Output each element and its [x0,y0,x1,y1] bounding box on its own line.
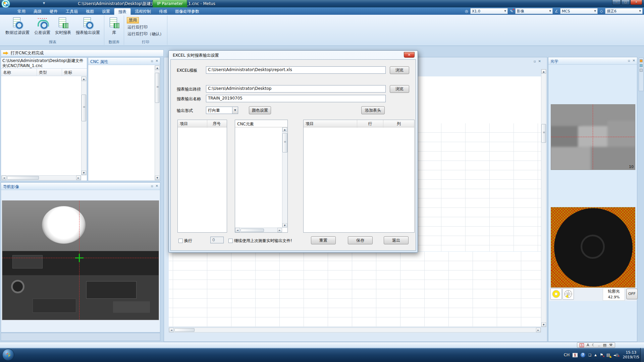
reset-button[interactable]: 重置 [311,236,336,244]
segment-light-button[interactable] [562,288,574,300]
column-row[interactable]: 行 [357,120,383,128]
ribbon-tab-视图[interactable]: 视图 [82,8,98,15]
column-item[interactable]: 项目 [304,120,357,128]
autohide-tab-icon[interactable] [640,64,643,67]
sheet-filled-cells[interactable] [417,76,541,123]
keyboard-icon[interactable]: ▤ [603,343,606,347]
column-name[interactable]: 名称 [1,69,37,76]
output-path-input[interactable]: C:\Users\Administrator\Desktop [206,85,386,93]
color-settings-button[interactable]: 颜色设置 [249,106,271,114]
ribbon-button-报表输出设置[interactable]: 报表输出设置 [74,16,101,37]
print-after-run-confirm[interactable]: 运行后打印（确认） [127,31,164,37]
pin-icon[interactable]: ▫ [628,59,630,62]
checkbox-icon[interactable] [228,239,233,243]
pin-icon[interactable]: ▫ [534,59,536,63]
ime-moon-icon[interactable]: ☾ [592,343,595,347]
optics-disk-image[interactable] [551,207,635,288]
show-desktop-button[interactable] [640,348,644,362]
language-indicator[interactable]: CH [564,353,570,357]
column-col[interactable]: 列 [383,120,414,128]
scroll-right-icon[interactable]: ► [536,328,541,332]
ribbon-button-公差设置[interactable]: 公差设置 [33,16,52,37]
optics-zoom-image[interactable]: 10 [551,104,635,170]
checkbox-wrap-line[interactable]: 换行 [178,238,192,244]
scroll-up-icon[interactable]: ▲ [82,77,86,81]
ribbon-button-库[interactable]: 库 [107,16,121,37]
output-format-combo[interactable]: 行向量▼ [206,107,238,114]
pin-icon[interactable]: ▫ [151,184,153,188]
ribbon-button-实时报表[interactable]: 实时报表 [54,16,72,37]
navigation-camera-image[interactable] [2,200,159,320]
scroll-thumb[interactable] [282,133,287,153]
checkbox-continue-file[interactable]: 继续使用上次测量实时输出文件! [228,238,292,244]
maximize-button[interactable]: □ [621,0,630,5]
column-type[interactable]: 类型 [37,69,62,76]
scroll-up-icon[interactable]: ▲ [155,66,160,70]
scroll-left-icon[interactable]: ◄ [2,176,6,180]
flag-icon[interactable]: ⚑✕ [600,353,603,357]
list-horizontal-scrollbar[interactable]: ◄ ► [235,228,282,232]
scroll-down-icon[interactable]: ▼ [541,322,546,327]
column-item[interactable]: 项目 [178,120,207,128]
scroll-down-icon[interactable]: ▼ [282,223,287,228]
property-vertical-scrollbar[interactable]: ▲ ▼ [155,65,160,180]
tool-icon[interactable]: ⚒ [609,343,612,347]
ime-dots-icon[interactable]: ‥ [598,343,600,347]
sheet-grid-bottom[interactable] [169,252,541,327]
checkbox-icon[interactable] [178,239,183,243]
light-off-button[interactable]: OFF [626,289,638,299]
minimize-button[interactable]: ─ [612,0,621,5]
scroll-up-icon[interactable]: ▲ [541,69,546,74]
ribbon-tab-高级[interactable]: 高级 [30,8,46,15]
ime-wubi-icon[interactable]: 五 [573,353,578,357]
browse-output-path-button[interactable]: 浏览 [390,85,409,93]
scroll-left-icon[interactable]: ◄ [235,228,240,232]
close-button[interactable]: ✕ [630,0,642,5]
scroll-right-icon[interactable]: ► [76,176,81,180]
scroll-right-icon[interactable]: ► [277,228,282,232]
browse-template-button[interactable]: 浏览 [390,66,409,74]
ribbon-button-数据过滤设置[interactable]: 数据过滤设置 [4,16,31,37]
scroll-thumb[interactable] [541,124,546,143]
pin-icon[interactable]: ▫ [151,59,153,63]
quick-access-caret-icon[interactable]: ▼ [43,2,45,5]
ribbon-tab-流程控制[interactable]: 流程控制 [131,8,155,15]
close-icon[interactable]: ✕ [538,59,541,63]
sheet-vertical-scrollbar[interactable]: ▲ ▼ [541,69,546,327]
print-after-run[interactable]: 运行后打印 [127,24,164,30]
tree-horizontal-scrollbar[interactable]: ◄ ► [1,175,81,180]
column-index[interactable]: 序号 [207,120,226,128]
dialog-title[interactable]: EXCEL 实时报表输出设置 [169,51,418,59]
disabled-badge[interactable]: 禁用 [127,17,139,23]
start-button[interactable] [2,349,14,361]
add-header-button[interactable]: 添加表头 [361,106,385,114]
clock[interactable]: 15:13 2019/7/5 [623,350,639,360]
scroll-down-icon[interactable]: ▼ [155,176,160,180]
exit-button[interactable]: 退出 [384,236,409,244]
autohide-tab-icon[interactable] [640,69,643,72]
scroll-left-icon[interactable]: ◄ [169,328,174,332]
ip-parameter-tab[interactable]: IP Parameter [153,0,187,7]
ribbon-tab-报表[interactable]: 报表 [114,8,131,15]
ribbon-tab-常用[interactable]: 常用 [13,8,30,15]
zoom-combo[interactable]: X1.0▼ [470,8,508,14]
image-combo[interactable]: 影像▼ [515,8,553,14]
template-path-input[interactable]: C:\Users\Administrator\Desktop\report.xl… [206,66,386,74]
metus-logo-icon[interactable]: M [1,0,10,8]
list-vertical-scrollbar[interactable]: ▲ ▼ [282,127,287,228]
tray-expand-icon[interactable]: ▲ [594,353,597,357]
language-toolbar[interactable]: 五 A ☾ ‥ ▤ ⚒ [577,342,615,348]
autohide-tab-strip[interactable] [639,58,644,91]
sheet-horizontal-scrollbar[interactable]: ◄ ► [169,327,541,333]
ribbon-tab-设置[interactable]: 设置 [98,8,114,15]
coordinate-system-combo[interactable]: MCS▼ [560,8,598,14]
save-button[interactable]: 保存 [348,236,373,244]
wrap-count-input[interactable]: 0 [210,237,224,243]
scroll-thumb[interactable] [82,95,86,121]
ribbon-tab-图像处理参数[interactable]: 图像处理参数 [171,8,203,15]
scroll-thumb[interactable] [7,176,39,180]
scroll-down-icon[interactable]: ▼ [82,171,86,175]
scroll-thumb[interactable] [155,73,159,103]
window-stack-icon[interactable]: ❏ [588,353,591,357]
speaker-icon[interactable]: ◄))✕ [613,353,619,357]
